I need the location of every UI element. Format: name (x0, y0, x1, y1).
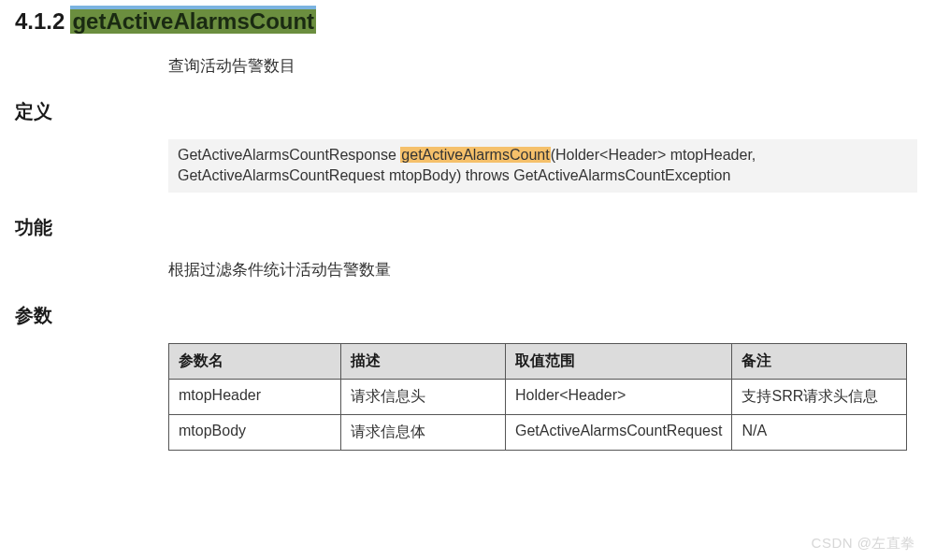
table-header-row: 参数名 描述 取值范围 备注 (169, 343, 907, 379)
code-highlight: getActiveAlarmsCount (400, 147, 550, 163)
cell-range: GetActiveAlarmsCountRequest (506, 414, 732, 450)
heading-number: 4.1.2 (15, 8, 65, 34)
params-table: 参数名 描述 取值范围 备注 mtopHeader 请求信息头 Holder<H… (168, 343, 907, 451)
code-pre: GetActiveAlarmsCountResponse (178, 147, 400, 163)
cell-name: mtopBody (169, 414, 341, 450)
definition-code: GetActiveAlarmsCountResponse getActiveAl… (168, 139, 917, 193)
table-row: mtopBody 请求信息体 GetActiveAlarmsCountReque… (169, 414, 907, 450)
function-text: 根据过滤条件统计活动告警数量 (168, 259, 936, 280)
params-label: 参数 (0, 303, 936, 328)
code-post2: GetActiveAlarmsCountRequest mtopBody) th… (178, 167, 730, 183)
table-row: mtopHeader 请求信息头 Holder<Header> 支持SRR请求头… (169, 379, 907, 414)
section-heading: 4.1.2getActiveAlarmsCount (0, 0, 936, 35)
summary-text: 查询活动告警数目 (168, 55, 936, 77)
heading-name-highlight: getActiveAlarmsCount (70, 6, 316, 34)
cell-desc: 请求信息体 (341, 414, 506, 450)
cell-note: 支持SRR请求头信息 (732, 379, 907, 414)
definition-block: GetActiveAlarmsCountResponse getActiveAl… (168, 139, 917, 193)
th-note: 备注 (732, 343, 907, 379)
cell-desc: 请求信息头 (341, 379, 506, 414)
cell-name: mtopHeader (169, 379, 341, 414)
cell-range: Holder<Header> (506, 379, 732, 414)
code-post1: (Holder<Header> mtopHeader, (551, 147, 756, 163)
watermark: CSDN @左直拳 (812, 535, 915, 553)
definition-label: 定义 (0, 99, 936, 124)
th-desc: 描述 (341, 343, 506, 379)
th-name: 参数名 (169, 343, 341, 379)
cell-note: N/A (732, 414, 907, 450)
th-range: 取值范围 (506, 343, 732, 379)
function-label: 功能 (0, 215, 936, 240)
